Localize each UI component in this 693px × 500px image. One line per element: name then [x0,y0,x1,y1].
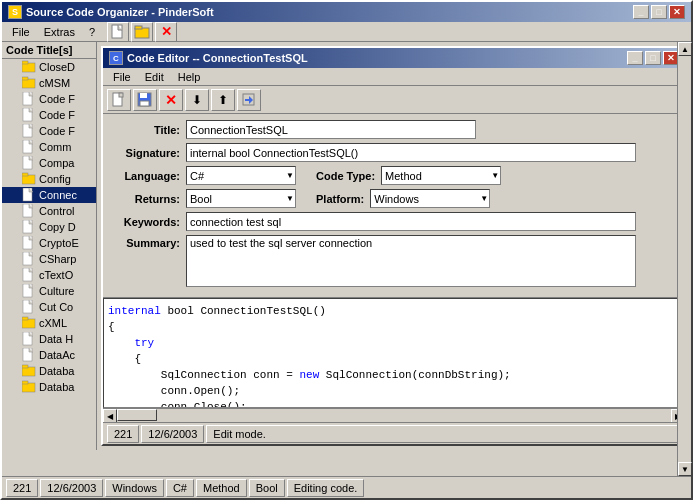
code-type-label: Code Type: [316,170,381,182]
sidebar-label-17: Data H [39,333,73,345]
inner-toolbar-new[interactable] [107,89,131,111]
svg-rect-6 [22,77,28,80]
menu-file[interactable]: File [6,24,36,40]
scroll-left-btn[interactable]: ◀ [103,409,117,423]
sidebar-item-4[interactable]: Code F [2,123,96,139]
h-scroll-thumb [117,409,157,421]
outer-maximize-btn[interactable]: □ [651,5,667,19]
language-select[interactable]: C#VBJava [186,166,296,185]
outer-toolbar-delete[interactable]: ✕ [155,22,177,42]
sidebar-item-17[interactable]: Data H [2,331,96,347]
outer-title-text: Source Code Organizer - PinderSoft [26,6,214,18]
sidebar-item-0[interactable]: CloseD [2,59,96,75]
new-icon [110,24,126,40]
keywords-input[interactable] [186,212,636,231]
export-icon [241,92,257,108]
code-scroll-container: internal bool ConnectionTestSQL() { try … [103,298,685,408]
outer-status-bar: 221 12/6/2003 Windows C# Method Bool Edi… [2,476,691,498]
sidebar-folder-icon-0 [22,60,36,74]
svg-marker-36 [245,96,253,104]
inner-toolbar: ✕ ⬇ ⬆ [103,86,685,114]
title-input[interactable] [186,120,476,139]
outer-scroll-down[interactable]: ▼ [678,462,692,476]
inner-title-left: C Code Editor -- ConnectionTestSQL [109,51,308,65]
sidebar-item-5[interactable]: Comm [2,139,96,155]
platform-select[interactable]: WindowsLinuxMac [370,189,490,208]
sidebar-label-5: Comm [39,141,71,153]
main-content: Code Title[s] CloseD cMSM Code F Code F … [2,42,691,450]
sidebar-item-2[interactable]: Code F [2,91,96,107]
sidebar-item-13[interactable]: cTextO [2,267,96,283]
sidebar-item-6[interactable]: Compa [2,155,96,171]
sidebar-label-2: Code F [39,93,75,105]
sidebar-file-icon-15 [22,300,36,314]
inner-toolbar-save[interactable] [133,89,157,111]
inner-toolbar-up[interactable]: ⬆ [211,89,235,111]
summary-textarea[interactable]: used to test the sql server connection [186,235,636,287]
inner-minimize-btn[interactable]: _ [627,51,643,65]
sidebar-item-11[interactable]: CryptoE [2,235,96,251]
sidebar-label-13: cTextO [39,269,73,281]
outer-minimize-btn[interactable]: _ [633,5,649,19]
inner-menu-edit[interactable]: Edit [139,69,170,85]
svg-rect-23 [22,317,28,320]
code-type-select[interactable]: MethodClassFunction [381,166,501,185]
sidebar-file-icon-3 [22,108,36,122]
sidebar-item-19[interactable]: Databa [2,363,96,379]
code-section: internal bool ConnectionTestSQL() { try … [103,298,685,444]
svg-rect-0 [112,25,122,38]
code-line-5: conn.Open(); [108,383,680,399]
inner-maximize-btn[interactable]: □ [645,51,661,65]
sidebar-label-8: Connec [39,189,77,201]
signature-input[interactable] [186,143,636,162]
sidebar-item-7[interactable]: Config [2,171,96,187]
sidebar-folder-icon-7 [22,172,36,186]
sidebar-item-9[interactable]: Control [2,203,96,219]
sidebar-item-18[interactable]: DataAc [2,347,96,363]
returns-row: Returns: BoolStringIntVoid Platform: Win… [111,189,677,208]
sidebar-item-16[interactable]: cXML [2,315,96,331]
outer-status-code-type: Method [196,479,247,497]
sidebar-label-10: Copy D [39,221,76,233]
outer-toolbar-new[interactable] [107,22,129,42]
code-line-4: SqlConnection conn = new SqlConnection(c… [108,367,680,383]
outer-toolbar-open[interactable] [131,22,153,42]
sidebar-item-20[interactable]: Databa [2,379,96,395]
inner-toolbar-down[interactable]: ⬇ [185,89,209,111]
sidebar-item-12[interactable]: CSharp [2,251,96,267]
sidebar-label-6: Compa [39,157,74,169]
code-editor[interactable]: internal bool ConnectionTestSQL() { try … [103,298,685,408]
sidebar-item-1[interactable]: cMSM [2,75,96,91]
svg-rect-4 [22,61,28,64]
inner-window-controls: _ □ ✕ [627,51,679,65]
sidebar-item-8[interactable]: Connec [2,187,96,203]
sidebar-label-18: DataAc [39,349,75,361]
outer-title-bar: S Source Code Organizer - PinderSoft _ □… [2,2,691,22]
outer-scroll-up[interactable]: ▲ [678,42,692,56]
inner-menu-file[interactable]: File [107,69,137,85]
svg-rect-3 [22,63,35,72]
save-icon [137,92,153,108]
outer-menu-bar: File Extras ? ✕ [2,22,691,42]
h-scrollbar: ◀ ▶ [103,408,685,422]
h-scroll-track [117,409,671,422]
inner-toolbar-delete[interactable]: ✕ [159,89,183,111]
inner-toolbar-export[interactable] [237,89,261,111]
sidebar-file-icon-13 [22,268,36,282]
svg-rect-34 [140,101,149,106]
sidebar-folder-icon-19 [22,364,36,378]
sidebar-label-11: CryptoE [39,237,79,249]
sidebar-item-10[interactable]: Copy D [2,219,96,235]
outer-close-btn[interactable]: ✕ [669,5,685,19]
sidebar-label-19: Databa [39,365,74,377]
sidebar-item-14[interactable]: Culture [2,283,96,299]
returns-select[interactable]: BoolStringIntVoid [186,189,296,208]
menu-extras[interactable]: Extras [38,24,81,40]
sidebar-item-15[interactable]: Cut Co [2,299,96,315]
sidebar-item-3[interactable]: Code F [2,107,96,123]
sidebar-file-icon-12 [22,252,36,266]
sidebar-label-15: Cut Co [39,301,73,313]
inner-menu-help[interactable]: Help [172,69,207,85]
menu-help[interactable]: ? [83,24,101,40]
sidebar-file-icon-8 [22,188,36,202]
